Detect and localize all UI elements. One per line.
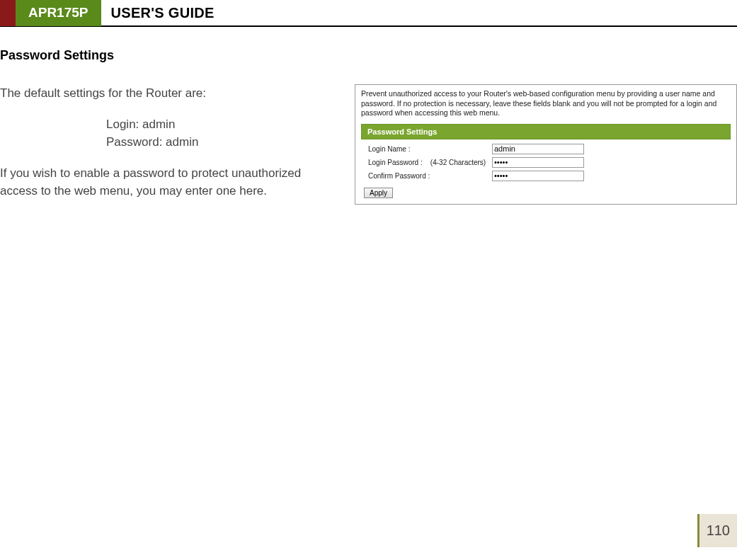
model-badge: APR175P — [16, 0, 101, 26]
confirm-password-label: Confirm Password : — [368, 172, 492, 180]
panel-description: Prevent unauthorized access to your Rout… — [361, 89, 731, 118]
accent-block — [0, 0, 16, 26]
guide-title: USER'S GUIDE — [101, 5, 215, 21]
login-password-label: Login Password : (4-32 Characters) — [368, 159, 492, 166]
login-name-input[interactable] — [492, 144, 584, 154]
default-login: Login: admin — [106, 115, 341, 134]
page-number: 110 — [697, 514, 737, 547]
panel-heading: Password Settings — [361, 124, 731, 139]
header-bar: APR175P USER'S GUIDE — [0, 0, 737, 27]
confirm-password-input[interactable] — [492, 171, 584, 181]
description-column: The default settings for the Router are:… — [0, 84, 341, 205]
note-text: If you wish to enable a password to prot… — [0, 164, 341, 200]
password-hint: (4-32 Characters) — [430, 159, 486, 166]
settings-panel: Prevent unauthorized access to your Rout… — [355, 84, 737, 205]
intro-text: The default settings for the Router are: — [0, 84, 341, 103]
login-password-input[interactable] — [492, 157, 584, 168]
default-password: Password: admin — [106, 133, 341, 152]
section-title: Password Settings — [0, 48, 737, 63]
apply-button[interactable]: Apply — [364, 188, 393, 198]
login-name-label: Login Name : — [368, 145, 492, 153]
